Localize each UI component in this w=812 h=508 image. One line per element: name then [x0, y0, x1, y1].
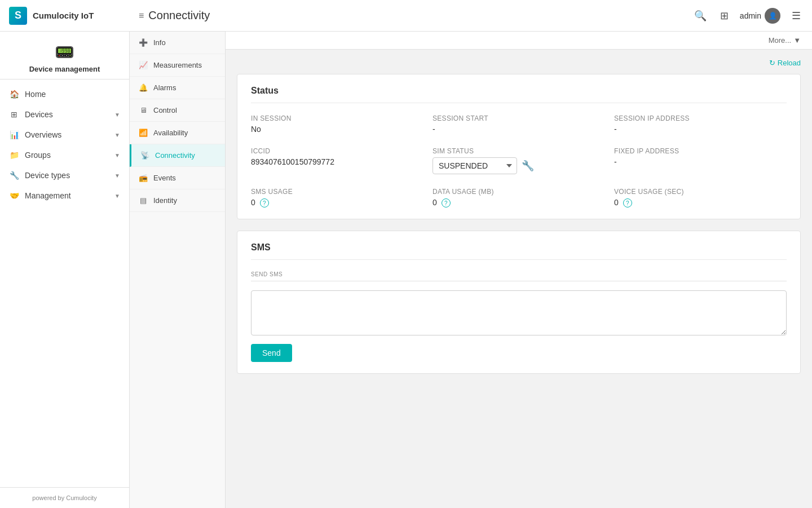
sms-divider: [251, 281, 787, 281]
overviews-icon: 📊: [9, 130, 19, 139]
page-title: Connectivity: [148, 9, 210, 22]
fixed-ip-field: Fixed IP address -: [614, 147, 787, 174]
sidebar-item-label-devices: Devices: [25, 110, 53, 119]
status-grid: In session No Session start - Session IP…: [251, 114, 787, 207]
status-card: Status In session No Session start - Ses…: [237, 74, 801, 219]
sidebar-item-home[interactable]: 🏠 Home: [0, 84, 129, 104]
subnav-label-info: Info: [153, 38, 166, 47]
identity-icon: ▤: [139, 196, 148, 205]
subnav-label-alarms: Alarms: [153, 83, 176, 92]
session-ip-value: -: [614, 125, 787, 134]
alarms-icon: 🔔: [139, 83, 148, 92]
voice-usage-label: Voice usage (sec): [614, 188, 787, 196]
management-icon: 🤝: [9, 191, 19, 200]
data-usage-label: Data usage (MB): [433, 188, 605, 196]
sms-usage-help-icon[interactable]: ?: [260, 198, 269, 207]
in-session-value: No: [251, 125, 423, 134]
more-button[interactable]: More... ▼: [769, 36, 801, 45]
grid-menu-button[interactable]: ⊞: [718, 7, 731, 24]
voice-usage-help-icon[interactable]: ?: [623, 198, 632, 207]
brand-name: Cumulocity IoT: [33, 11, 94, 20]
iccid-value: 8934076100150799772: [251, 157, 423, 166]
chevron-down-icon-management: ▼: [114, 193, 120, 199]
configure-button[interactable]: 🔧: [522, 160, 534, 172]
sim-status-select[interactable]: SUSPENDED ACTIVE INACTIVE: [433, 157, 517, 174]
chevron-down-icon-more: ▼: [793, 36, 801, 45]
voice-usage-field: Voice usage (sec) 0 ?: [614, 188, 787, 207]
main-body: ↻ Reload Status In session No Session st…: [226, 50, 812, 394]
iccid-label: ICCID: [251, 147, 423, 155]
brand-logo: S: [9, 7, 27, 25]
subnav-item-connectivity[interactable]: 📡 Connectivity: [130, 144, 225, 167]
data-usage-field: Data usage (MB) 0 ?: [433, 188, 605, 207]
session-start-value: -: [433, 125, 605, 134]
info-icon: ➕: [139, 38, 148, 47]
subnav-label-connectivity: Connectivity: [155, 151, 195, 160]
sms-textarea[interactable]: [251, 290, 787, 335]
top-header: S Cumulocity IoT ≡ Connectivity 🔍 ⊞ admi…: [0, 0, 812, 32]
subnav-item-identity[interactable]: ▤ Identity: [130, 189, 225, 212]
sms-usage-field: SMS usage 0 ?: [251, 188, 423, 207]
sidebar-footer: powered by Cumulocity: [0, 487, 129, 508]
subnav-item-alarms[interactable]: 🔔 Alarms: [130, 77, 225, 99]
device-management-section: 📟 Device management: [0, 32, 129, 79]
sidebar-toggle-button[interactable]: ☰: [789, 7, 803, 24]
home-icon: 🏠: [9, 90, 19, 99]
in-session-label: In session: [251, 114, 423, 122]
sidebar-item-label-device-types: Device types: [25, 171, 70, 180]
subnav-item-events[interactable]: 📻 Events: [130, 167, 225, 189]
data-usage-help-icon[interactable]: ?: [442, 198, 451, 207]
sidebar-item-devices[interactable]: ⊞ Devices ▼: [0, 104, 129, 125]
main-content: More... ▼ ↻ Reload Status In session No: [226, 32, 812, 508]
sms-usage-value: 0: [251, 198, 255, 207]
session-ip-field: Session IP address -: [614, 114, 787, 134]
chevron-down-icon-device-types: ▼: [114, 173, 120, 179]
admin-avatar: 👤: [765, 8, 780, 24]
device-management-label: Device management: [29, 65, 100, 73]
sidebar-item-label-management: Management: [25, 191, 71, 200]
admin-label: admin: [740, 11, 761, 20]
groups-icon: 📁: [9, 151, 19, 160]
sms-usage-label: SMS usage: [251, 188, 423, 196]
reload-button[interactable]: ↻ Reload: [769, 59, 801, 67]
sidebar-item-overviews[interactable]: 📊 Overviews ▼: [0, 125, 129, 145]
chevron-down-icon: ▼: [114, 112, 120, 118]
sidebar-item-management[interactable]: 🤝 Management ▼: [0, 185, 129, 206]
reload-icon: ↻: [769, 59, 775, 67]
subnav-label-measurements: Measurements: [153, 61, 202, 69]
chevron-down-icon-groups: ▼: [114, 152, 120, 158]
devices-icon: ⊞: [9, 110, 19, 119]
sidebar-item-label-home: Home: [25, 90, 46, 99]
sidebar-item-label-groups: Groups: [25, 151, 51, 160]
page-title-area: ≡ Connectivity: [139, 9, 692, 22]
subnav-item-measurements[interactable]: 📈 Measurements: [130, 54, 225, 77]
send-sms-label: SEND SMS: [251, 271, 787, 277]
subnav-item-availability[interactable]: 📶 Availability: [130, 122, 225, 144]
session-start-field: Session start -: [433, 114, 605, 134]
fixed-ip-value: -: [614, 157, 787, 166]
session-ip-label: Session IP address: [614, 114, 787, 122]
sidebar-item-groups[interactable]: 📁 Groups ▼: [0, 145, 129, 165]
search-button[interactable]: 🔍: [692, 7, 709, 24]
subnav-item-control[interactable]: 🖥 Control: [130, 99, 225, 122]
main-layout: 📟 Device management 🏠 Home ⊞ Devices ▼ 📊: [0, 32, 812, 508]
menu-lines-icon: ≡: [139, 11, 144, 21]
send-button[interactable]: Send: [251, 344, 292, 362]
sidebar: 📟 Device management 🏠 Home ⊞ Devices ▼ 📊: [0, 32, 130, 508]
main-toolbar: More... ▼: [226, 32, 812, 50]
device-subnav: ➕ Info 📈 Measurements 🔔 Alarms 🖥 Control…: [130, 32, 226, 508]
sim-status-field: SIM status SUSPENDED ACTIVE INACTIVE 🔧: [433, 147, 605, 174]
iccid-field: ICCID 8934076100150799772: [251, 147, 423, 174]
sim-status-label: SIM status: [433, 147, 605, 155]
device-types-icon: 🔧: [9, 171, 19, 180]
sidebar-item-device-types[interactable]: 🔧 Device types ▼: [0, 165, 129, 185]
subnav-label-availability: Availability: [153, 129, 188, 137]
chevron-down-icon-overviews: ▼: [114, 132, 120, 138]
subnav-item-info[interactable]: ➕ Info: [130, 32, 225, 54]
admin-area[interactable]: admin 👤: [740, 8, 780, 24]
status-card-title: Status: [251, 86, 787, 103]
session-start-label: Session start: [433, 114, 605, 122]
header-actions: 🔍 ⊞ admin 👤 ☰: [692, 7, 803, 24]
fixed-ip-label: Fixed IP address: [614, 147, 787, 155]
measurements-icon: 📈: [139, 61, 148, 69]
